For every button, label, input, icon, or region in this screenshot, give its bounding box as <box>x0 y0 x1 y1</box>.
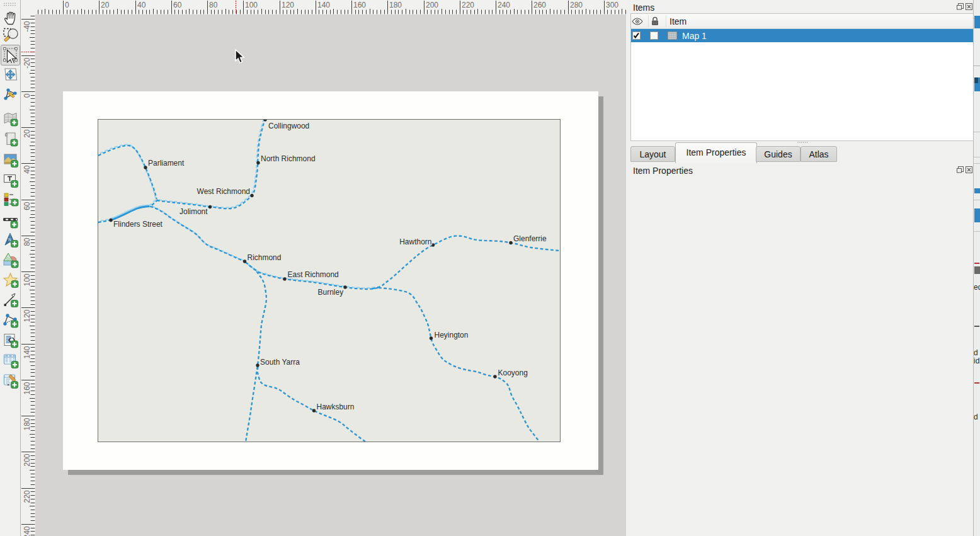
svg-text:Collingwood: Collingwood <box>268 122 309 130</box>
svg-text:280: 280 <box>570 1 583 9</box>
svg-text:240: 240 <box>23 526 31 536</box>
svg-text:240: 240 <box>498 1 510 9</box>
svg-text:-40: -40 <box>23 21 31 32</box>
svg-text:40: 40 <box>23 165 31 174</box>
svg-text:120: 120 <box>282 1 294 9</box>
svg-text:-20: -20 <box>23 57 31 69</box>
svg-text:260: 260 <box>533 1 546 9</box>
svg-text:180: 180 <box>23 418 31 430</box>
svg-text:Hawksburn: Hawksburn <box>316 402 354 411</box>
svg-text:160: 160 <box>23 382 31 394</box>
svg-text:0: 0 <box>65 1 69 9</box>
svg-text:20: 20 <box>23 129 31 138</box>
svg-text:40: 40 <box>137 1 146 9</box>
svg-text:East Richmond: East Richmond <box>287 270 338 279</box>
svg-text:0: 0 <box>23 93 31 98</box>
svg-text:80: 80 <box>23 237 31 246</box>
svg-text:Parliament: Parliament <box>148 159 185 168</box>
svg-text:220: 220 <box>23 490 31 503</box>
svg-text:Richmond: Richmond <box>247 253 281 262</box>
svg-text:200: 200 <box>426 1 438 9</box>
svg-text:Glenferrie: Glenferrie <box>513 234 546 243</box>
svg-text:Jolimont: Jolimont <box>179 207 208 216</box>
svg-text:100: 100 <box>245 1 258 9</box>
svg-text:160: 160 <box>353 1 366 9</box>
svg-text:Kooyong: Kooyong <box>498 368 527 377</box>
svg-text:West Richmond: West Richmond <box>197 187 249 196</box>
svg-text:140: 140 <box>23 346 31 358</box>
svg-text:120: 120 <box>23 309 31 322</box>
svg-text:60: 60 <box>173 1 182 9</box>
svg-text:20: 20 <box>101 1 110 9</box>
svg-text:140: 140 <box>317 1 330 9</box>
svg-text:South Yarra: South Yarra <box>260 358 300 367</box>
svg-text:180: 180 <box>389 1 402 9</box>
svg-text:60: 60 <box>23 202 31 210</box>
svg-text:220: 220 <box>462 1 474 9</box>
svg-text:200: 200 <box>23 453 31 466</box>
svg-text:100: 100 <box>23 273 31 286</box>
svg-text:300: 300 <box>606 1 618 9</box>
svg-text:Hawthorn: Hawthorn <box>399 237 431 246</box>
svg-text:Burnley: Burnley <box>317 288 343 297</box>
svg-text:North Richmond: North Richmond <box>261 154 316 163</box>
svg-text:Flinders Street: Flinders Street <box>113 220 163 229</box>
svg-text:80: 80 <box>209 1 218 9</box>
svg-text:Heyington: Heyington <box>434 331 468 339</box>
